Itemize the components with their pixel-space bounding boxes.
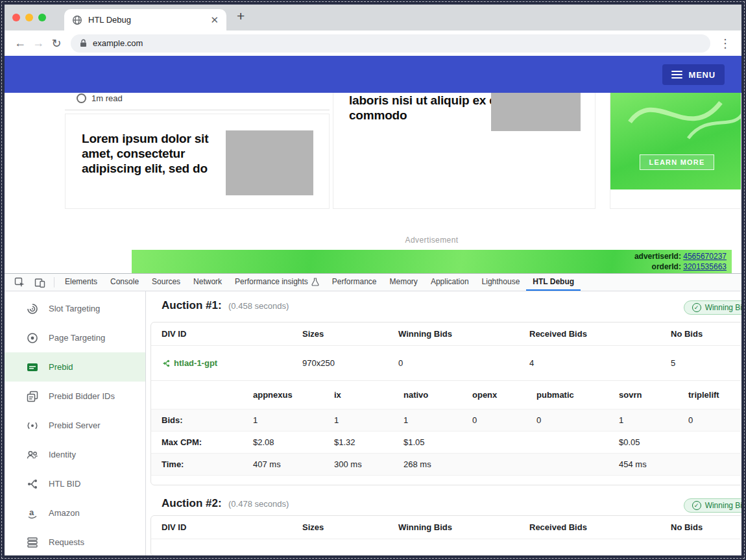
auction-title: Auction #1: xyxy=(162,299,222,311)
browser-toolbar: ← → ↻ example.com ⋮ xyxy=(5,30,741,56)
slot-sizes: 970x250 xyxy=(302,358,398,368)
time-row: Time: 407 ms 300 ms 268 ms 454 ms xyxy=(151,454,741,476)
ad-banner[interactable]: advertiserId: 4565670237 orderId: 320153… xyxy=(132,250,732,273)
forward-button[interactable]: → xyxy=(29,36,47,50)
sidebar-item-page-targeting[interactable]: Page Targeting xyxy=(5,323,145,352)
tab-title: HTL Debug xyxy=(88,15,204,25)
layers-icon xyxy=(26,536,39,549)
lock-icon xyxy=(80,39,87,47)
sidebar-item-prebid-server[interactable]: Prebid Server xyxy=(5,411,145,440)
cell: $2.08 xyxy=(253,437,334,447)
site-menu-button[interactable]: MENU xyxy=(662,64,725,85)
ad-creative[interactable]: LEARN MORE xyxy=(610,93,741,189)
bidder-openx: openx xyxy=(472,390,536,400)
browser-tab[interactable]: HTL Debug ✕ xyxy=(64,9,226,30)
sidebar-item-prebid[interactable]: Prebid xyxy=(5,352,145,382)
branch-icon xyxy=(26,478,39,491)
article-image-placeholder xyxy=(491,93,581,131)
broadcast-icon xyxy=(26,419,39,432)
article-card[interactable]: Lorem ipsum dolor sit amet, consectetur … xyxy=(65,114,330,209)
close-window-button[interactable] xyxy=(12,14,20,21)
sidebar-item-amazon[interactable]: a Amazon xyxy=(5,498,145,528)
divider xyxy=(65,110,330,110)
cell: $1.05 xyxy=(403,437,472,447)
url-text: example.com xyxy=(93,38,143,48)
reload-button[interactable]: ↻ xyxy=(47,36,66,51)
address-bar[interactable]: example.com xyxy=(71,34,710,53)
bidder-nativo: nativo xyxy=(403,390,472,400)
bidder-sovrn: sovrn xyxy=(619,390,688,400)
article-image-placeholder xyxy=(226,130,313,195)
sidebar-item-prebid-bidder-ids[interactable]: Prebid Bidder IDs xyxy=(5,382,145,411)
sidebar-item-slot-targeting[interactable]: Slot Targeting xyxy=(5,294,145,323)
article-headline[interactable]: laboris nisi ut aliquip ex ea commodo xyxy=(349,93,503,123)
device-toolbar-icon[interactable] xyxy=(30,274,50,291)
back-button[interactable]: ← xyxy=(11,36,29,50)
col-winning-bids: Winning Bids xyxy=(398,522,529,532)
minimize-window-button[interactable] xyxy=(25,14,33,21)
col-sizes: Sizes xyxy=(302,329,398,339)
cell: 1 xyxy=(403,415,472,425)
tab-close-icon[interactable]: ✕ xyxy=(210,14,219,26)
sidebar-label: Requests xyxy=(49,537,84,547)
slot-no-bids: 5 xyxy=(671,358,741,368)
browser-menu-icon[interactable]: ⋮ xyxy=(716,36,735,51)
cell: 0 xyxy=(536,415,619,425)
clock-icon xyxy=(77,93,86,103)
auction-1-table: DIV ID Sizes Winning Bids Received Bids … xyxy=(150,322,741,485)
sidebar-item-htl-bid[interactable]: HTL BID xyxy=(5,469,145,498)
col-sizes: Sizes xyxy=(302,522,398,532)
col-no-bids: No Bids xyxy=(671,329,741,339)
devtools-tab-network[interactable]: Network xyxy=(187,274,228,291)
screenshot-frame: HTL Debug ✕ + ← → ↻ example.com ⋮ MEN xyxy=(0,0,746,560)
row-label: Bids: xyxy=(162,415,253,425)
site-header: MENU xyxy=(5,56,741,93)
table-header-row: DIV ID Sizes Winning Bids Received Bids … xyxy=(151,323,741,346)
devtools-tab-performance-insights[interactable]: Performance insights xyxy=(228,274,326,291)
order-id-link[interactable]: 3201535663 xyxy=(683,262,727,271)
check-icon: ✓ xyxy=(692,303,701,312)
sidebar-label: Prebid Bidder IDs xyxy=(49,391,115,401)
window-controls xyxy=(12,14,46,21)
divider xyxy=(54,277,54,287)
prebid-icon xyxy=(26,361,39,374)
ad-script-decoration xyxy=(610,93,741,189)
cell: 1 xyxy=(619,415,688,425)
maximize-window-button[interactable] xyxy=(38,14,46,21)
new-tab-button[interactable]: + xyxy=(237,8,245,24)
inspect-element-icon[interactable] xyxy=(10,274,30,291)
article-card[interactable]: laboris nisi ut aliquip ex ea commodo xyxy=(333,93,596,209)
advertisement-label: Advertisement xyxy=(132,236,732,245)
advertiser-id-label: advertiserId: xyxy=(634,252,681,261)
devtools-tab-htl-debug[interactable]: HTL Debug xyxy=(526,274,581,291)
devtools-tab-performance[interactable]: Performance xyxy=(326,274,383,291)
sidebar-label: Slot Targeting xyxy=(49,304,100,313)
winning-bids-badge: ✓ Winning Bids: 0 xyxy=(684,300,741,315)
devtools-tab-lighthouse[interactable]: Lighthouse xyxy=(475,274,527,291)
menu-label: MENU xyxy=(689,70,716,80)
devtools-tab-sources[interactable]: Sources xyxy=(145,274,187,291)
tab-label: Performance insights xyxy=(235,277,308,286)
sidebar-item-identity[interactable]: Identity xyxy=(5,440,145,469)
target-icon xyxy=(26,332,39,345)
col-div-id: DIV ID xyxy=(162,522,302,532)
people-icon xyxy=(26,448,39,461)
learn-more-button[interactable]: LEARN MORE xyxy=(640,154,714,170)
cell: 1 xyxy=(253,415,334,425)
sidebar-label: HTL BID xyxy=(49,479,80,489)
page-content: 1m read Lorem ipsum dolor sit amet, cons… xyxy=(5,93,741,273)
auction-duration: (0.478 seconds) xyxy=(228,499,289,509)
sidebar-item-requests[interactable]: Requests xyxy=(5,528,145,555)
amazon-icon: a xyxy=(26,507,39,520)
devtools-tab-application[interactable]: Application xyxy=(424,274,475,291)
winning-bids-badge: ✓ Winning Bids: 0 xyxy=(684,498,741,513)
devtools-tab-console[interactable]: Console xyxy=(104,274,145,291)
devtools-tab-memory[interactable]: Memory xyxy=(383,274,424,291)
slot-div-id[interactable]: htlad-1-gpt xyxy=(162,358,302,368)
advertiser-id-link[interactable]: 4565670237 xyxy=(683,252,727,261)
cell: $1.32 xyxy=(334,437,403,447)
badge-label: Winning Bids: 0 xyxy=(705,501,741,510)
article-headline[interactable]: Lorem ipsum dolor sit amet, consectetur … xyxy=(82,131,219,177)
slot-row[interactable]: htlad-1-gpt 970x250 0 4 5 xyxy=(151,346,741,381)
devtools-tab-elements[interactable]: Elements xyxy=(58,274,104,291)
